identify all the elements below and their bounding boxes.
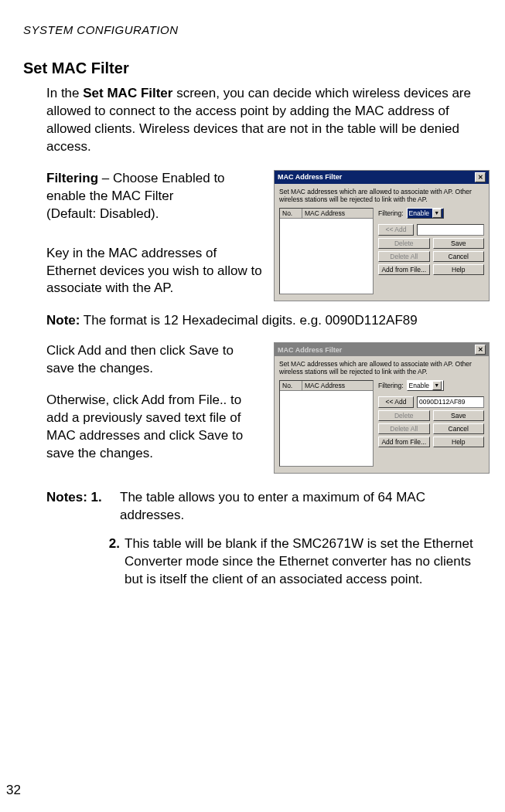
cancel-button[interactable]: Cancel — [433, 251, 485, 262]
mac-input-2[interactable]: 0090D112AF89 — [417, 396, 484, 408]
help-button-2[interactable]: Help — [433, 437, 485, 447]
mac-input[interactable] — [417, 224, 484, 236]
notes-text-1: The table allows you to enter a maximum … — [120, 489, 490, 525]
dialog-instructions: Set MAC addresses which are allowed to a… — [279, 188, 484, 203]
click-para-1: Click Add and then click Save to save th… — [46, 342, 262, 378]
add-from-file-button-2[interactable]: Add from File... — [378, 437, 430, 447]
note-label: Note: — [46, 313, 80, 328]
filtering-dropdown[interactable]: Enable ▼ — [407, 208, 444, 219]
add-button-2[interactable]: << Add — [378, 396, 414, 408]
click-para-2: Otherwise, click Add from File.. to add … — [46, 392, 262, 463]
mac-filter-dialog-1: MAC Address Filter ✕ Set MAC addresses w… — [274, 170, 490, 301]
save-button[interactable]: Save — [433, 238, 485, 249]
mac-listbox[interactable]: No. MAC Address — [279, 208, 374, 294]
chevron-down-icon: ▼ — [432, 381, 442, 390]
notes-item-1: Notes: 1. The table allows you to enter … — [46, 489, 490, 525]
notes-item-2: 2. This table will be blank if the SMC26… — [46, 535, 490, 589]
filtering-select-label-2: Filtering: — [378, 382, 404, 389]
dialog-titlebar: MAC Address Filter ✕ — [275, 171, 489, 184]
delete-all-button[interactable]: Delete All — [378, 251, 430, 262]
note-text: The format is 12 Hexadecimal digits. e.g… — [80, 313, 417, 328]
filtering-select-label: Filtering: — [378, 209, 404, 217]
chevron-down-icon: ▼ — [432, 209, 442, 218]
help-button[interactable]: Help — [433, 264, 485, 275]
page-number: 32 — [6, 783, 21, 798]
notes-label-2: 2. — [46, 535, 125, 589]
delete-button[interactable]: Delete — [378, 238, 430, 249]
dialog-title-text: MAC Address Filter — [278, 173, 342, 181]
dialog-titlebar-inactive: MAC Address Filter ✕ — [275, 343, 489, 356]
col-header-no-2: No. — [280, 381, 302, 390]
save-button-2[interactable]: Save — [433, 410, 485, 421]
note-line: Note: The format is 12 Hexadecimal digit… — [46, 312, 490, 330]
delete-button-2[interactable]: Delete — [378, 410, 430, 421]
filtering-dropdown-value-2: Enable — [409, 382, 429, 389]
close-icon[interactable]: ✕ — [475, 345, 486, 355]
cancel-button-2[interactable]: Cancel — [433, 423, 485, 434]
col-header-no: No. — [280, 209, 302, 218]
running-head: SYSTEM CONFIGURATION — [23, 23, 490, 36]
filtering-dropdown-value: Enable — [409, 209, 429, 217]
dialog-instructions-2: Set MAC addresses which are allowed to a… — [279, 360, 484, 375]
filtering-label-bold: Filtering — [46, 171, 98, 185]
col-header-mac: MAC Address — [302, 209, 373, 218]
intro-pre: In the — [46, 86, 83, 100]
intro-paragraph: In the Set MAC Filter screen, you can de… — [46, 85, 490, 156]
dialog-title-text-2: MAC Address Filter — [278, 346, 342, 354]
col-header-mac-2: MAC Address — [302, 381, 373, 390]
keyin-paragraph: Key in the MAC addresses of Ethernet dev… — [46, 245, 262, 298]
notes-text-2: This table will be blank if the SMC2671W… — [125, 535, 490, 589]
filtering-desc-2: (Default: Disabled). — [46, 206, 159, 221]
close-icon[interactable]: ✕ — [475, 172, 486, 182]
intro-bold: Set MAC Filter — [83, 86, 172, 100]
filtering-dropdown-2[interactable]: Enable ▼ — [407, 380, 444, 391]
mac-listbox-2[interactable]: No. MAC Address — [279, 380, 374, 467]
delete-all-button-2[interactable]: Delete All — [378, 423, 430, 434]
notes-label-1: Notes: 1. — [46, 489, 120, 525]
section-title: Set MAC Filter — [23, 59, 490, 77]
add-from-file-button[interactable]: Add from File... — [378, 264, 430, 275]
add-button[interactable]: << Add — [378, 224, 414, 236]
filtering-paragraph: Filtering – Choose Enabled to enable the… — [46, 170, 262, 223]
mac-filter-dialog-2: MAC Address Filter ✕ Set MAC addresses w… — [274, 342, 490, 474]
